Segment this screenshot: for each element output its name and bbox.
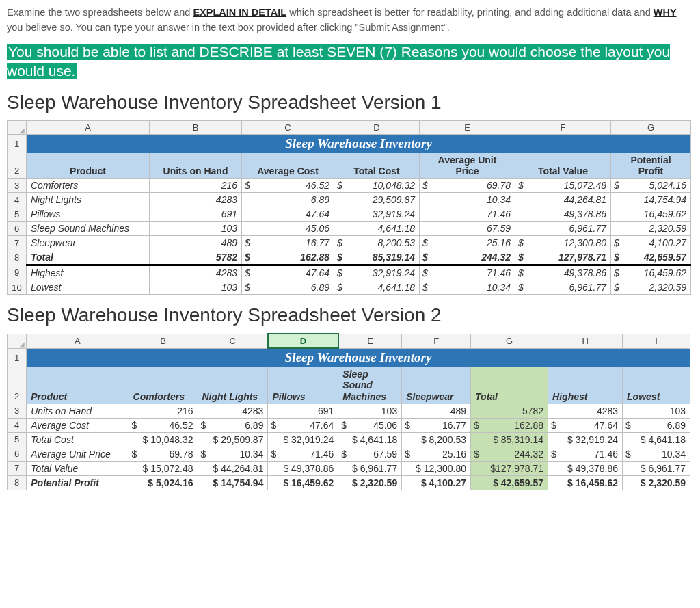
cell[interactable]: 216 — [150, 179, 242, 193]
column-header[interactable]: H — [548, 334, 623, 348]
cell[interactable]: 10.34 — [623, 447, 690, 461]
cell[interactable]: 2,320.59 — [611, 222, 691, 236]
row-header[interactable]: 4 — [8, 193, 27, 207]
cell[interactable]: Night Lights — [27, 193, 150, 207]
row-header[interactable]: 8 — [8, 475, 27, 490]
cell[interactable]: $ 42,659.57 — [471, 475, 548, 490]
row-header[interactable]: 9 — [8, 265, 27, 280]
cell[interactable]: 32,919.24 — [334, 265, 420, 280]
cell[interactable]: 4283 — [548, 404, 623, 418]
cell[interactable]: Pillows — [27, 207, 150, 222]
cell[interactable]: 29,509.87 — [334, 193, 420, 207]
cell[interactable]: $ 4,100.27 — [402, 475, 471, 490]
cell[interactable]: $127,978.71 — [471, 461, 548, 475]
cell[interactable]: 103 — [150, 280, 242, 295]
cell[interactable]: 691 — [150, 207, 242, 222]
cell[interactable]: 46.52 — [129, 418, 198, 432]
row-header[interactable]: 10 — [8, 280, 27, 295]
cell[interactable]: Total — [27, 250, 150, 265]
row-header[interactable]: 6 — [8, 222, 27, 236]
cell[interactable]: $ 6,961.77 — [338, 461, 402, 475]
row-header[interactable]: 3 — [8, 404, 27, 418]
cell[interactable]: 69.78 — [420, 179, 515, 193]
cell[interactable]: 46.52 — [242, 179, 334, 193]
cell[interactable]: 6.89 — [198, 418, 268, 432]
row-header[interactable]: 1 — [8, 135, 27, 153]
cell[interactable]: $ 12,300.80 — [402, 461, 471, 475]
row-header[interactable]: 4 — [8, 418, 27, 432]
cell[interactable]: 85,319.14 — [334, 250, 420, 265]
column-header[interactable]: D — [268, 334, 338, 348]
row-label[interactable]: Average Cost — [27, 418, 129, 432]
cell[interactable]: 44,264.81 — [515, 193, 611, 207]
cell[interactable]: 10.34 — [198, 447, 268, 461]
cell[interactable]: 6.89 — [242, 193, 334, 207]
cell[interactable]: 244.32 — [471, 447, 548, 461]
cell[interactable]: 6,961.77 — [515, 280, 611, 295]
cell[interactable]: 32,919.24 — [334, 207, 420, 222]
select-all-corner[interactable] — [8, 334, 27, 348]
row-label[interactable]: Total Value — [27, 461, 129, 475]
cell[interactable]: 67.59 — [420, 222, 515, 236]
cell[interactable]: 47.64 — [242, 207, 334, 222]
cell[interactable]: $ 5,024.16 — [129, 475, 198, 490]
cell[interactable]: 47.64 — [242, 265, 334, 280]
cell[interactable]: $ 2,320.59 — [623, 475, 690, 490]
cell[interactable]: 162.88 — [471, 418, 548, 432]
cell[interactable]: 25.16 — [420, 236, 515, 250]
cell[interactable]: 47.64 — [268, 418, 338, 432]
cell[interactable]: 489 — [150, 236, 242, 250]
column-header[interactable]: C — [242, 121, 334, 135]
row-header[interactable]: 7 — [8, 236, 27, 250]
cell[interactable]: 6.89 — [242, 280, 334, 295]
cell[interactable]: 4283 — [198, 404, 268, 418]
row-label[interactable]: Units on Hand — [27, 404, 129, 418]
cell[interactable]: 6.89 — [623, 418, 690, 432]
column-header[interactable]: F — [515, 121, 611, 135]
column-header[interactable]: D — [334, 121, 420, 135]
cell[interactable]: $ 49,378.86 — [548, 461, 623, 475]
row-label[interactable]: Potential Profit — [27, 475, 129, 490]
cell[interactable]: 16.77 — [242, 236, 334, 250]
cell[interactable]: 71.46 — [420, 207, 515, 222]
cell[interactable]: 127,978.71 — [515, 250, 611, 265]
cell[interactable]: $ 32,919.24 — [268, 432, 338, 447]
cell[interactable]: 216 — [129, 404, 198, 418]
cell[interactable]: $ 32,919.24 — [548, 432, 623, 447]
cell[interactable]: 6,961.77 — [515, 222, 611, 236]
cell[interactable]: 10.34 — [420, 193, 515, 207]
cell[interactable]: $ 6,961.77 — [623, 461, 690, 475]
cell[interactable]: 10,048.32 — [334, 179, 420, 193]
cell[interactable]: 42,659.57 — [611, 250, 691, 265]
cell[interactable]: 103 — [623, 404, 690, 418]
cell[interactable]: 162.88 — [242, 250, 334, 265]
cell[interactable]: 103 — [150, 222, 242, 236]
cell[interactable]: 45.06 — [338, 418, 402, 432]
cell[interactable]: 69.78 — [129, 447, 198, 461]
cell[interactable]: $ 49,378.86 — [268, 461, 338, 475]
cell[interactable]: 71.46 — [420, 265, 515, 280]
cell[interactable]: 5782 — [150, 250, 242, 265]
cell[interactable]: 16.77 — [402, 418, 471, 432]
cell[interactable]: 4,641.18 — [334, 222, 420, 236]
column-header[interactable]: C — [198, 334, 268, 348]
cell[interactable]: Lowest — [27, 280, 150, 295]
cell[interactable]: $ 10,048.32 — [129, 432, 198, 447]
cell[interactable]: 691 — [268, 404, 338, 418]
cell[interactable]: 14,754.94 — [611, 193, 691, 207]
cell[interactable]: 15,072.48 — [515, 179, 611, 193]
column-header[interactable]: I — [623, 334, 690, 348]
cell[interactable]: 16,459.62 — [611, 207, 691, 222]
cell[interactable]: 47.64 — [548, 418, 623, 432]
cell[interactable]: 16,459.62 — [611, 265, 691, 280]
column-header[interactable]: B — [150, 121, 242, 135]
row-header[interactable]: 5 — [8, 432, 27, 447]
row-header[interactable]: 3 — [8, 179, 27, 193]
cell[interactable]: $ 15,072.48 — [129, 461, 198, 475]
row-header[interactable]: 5 — [8, 207, 27, 222]
cell[interactable]: 10.34 — [420, 280, 515, 295]
column-header[interactable]: A — [27, 121, 150, 135]
column-header[interactable]: E — [420, 121, 515, 135]
row-label[interactable]: Average Unit Price — [27, 447, 129, 461]
cell[interactable]: 12,300.80 — [515, 236, 611, 250]
